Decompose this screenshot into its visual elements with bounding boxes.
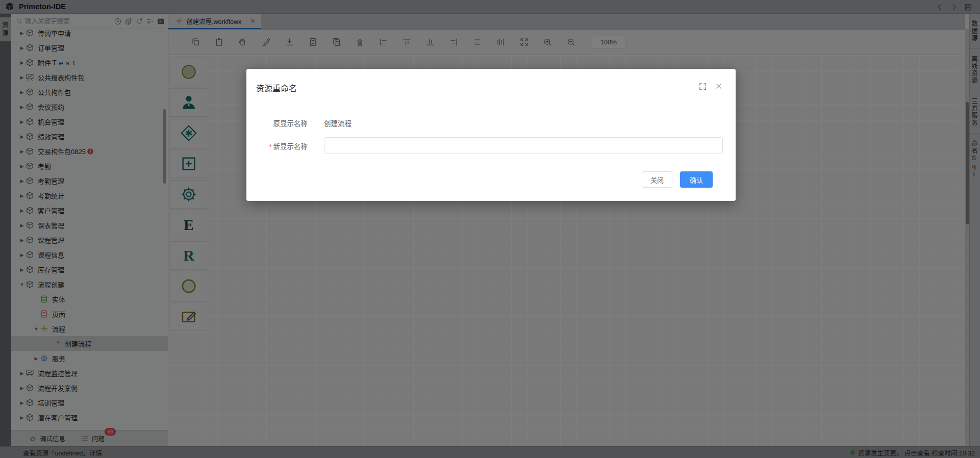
close-button[interactable]: 关闭 bbox=[642, 171, 672, 188]
required-mark: * bbox=[269, 143, 271, 150]
confirm-button[interactable]: 确认 bbox=[680, 171, 713, 188]
new-display-name-input[interactable] bbox=[324, 137, 723, 154]
dialog-footer: 关闭 确认 bbox=[642, 171, 713, 188]
dialog-title: 资源重命名 bbox=[256, 82, 297, 94]
primeton-ide-window: Primeton-IDE 资源 AI ▶传阅单申请▶订单管理▶附件Ｔｅｓｔ▶公共… bbox=[0, 0, 980, 458]
close-icon[interactable] bbox=[714, 82, 723, 91]
new-name-row: *新显示名称 bbox=[246, 137, 736, 154]
fullscreen-icon[interactable] bbox=[698, 82, 707, 91]
old-name-value: 创建流程 bbox=[324, 118, 351, 128]
rename-dialog: 资源重命名 原显示名称 创建流程 *新显示名称 关闭 确认 bbox=[246, 69, 736, 201]
new-name-label: *新显示名称 bbox=[246, 141, 308, 151]
old-name-label: 原显示名称 bbox=[246, 118, 308, 128]
old-name-row: 原显示名称 创建流程 bbox=[246, 118, 736, 128]
